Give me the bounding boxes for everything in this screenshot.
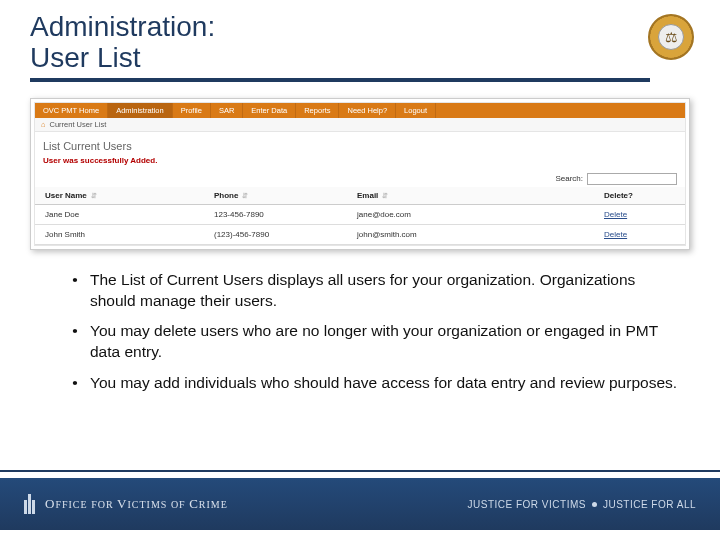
dot-separator-icon bbox=[592, 502, 597, 507]
bullet-icon: • bbox=[60, 373, 90, 394]
nav-enter[interactable]: Enter Data bbox=[243, 103, 296, 118]
title-line-2: User List bbox=[30, 42, 140, 73]
bullet-icon: • bbox=[60, 321, 90, 363]
cell-phone: 123-456-7890 bbox=[204, 204, 347, 224]
ovc-logo-icon bbox=[24, 494, 45, 514]
nav-admin[interactable]: Administration bbox=[108, 103, 173, 118]
delete-link[interactable]: Delete bbox=[594, 224, 685, 244]
ovc-wordmark: OFFICE FOR VICTIMS OF CRIME bbox=[45, 496, 228, 512]
bullet-text: The List of Current Users displays all u… bbox=[90, 270, 680, 312]
tagline-right: JUSTICE FOR ALL bbox=[603, 499, 696, 510]
app-top-nav: OVC PMT Home Administration Profile SAR … bbox=[35, 103, 685, 118]
breadcrumb-text: Current User List bbox=[50, 120, 107, 129]
nav-profile[interactable]: Profile bbox=[173, 103, 211, 118]
table-row: John Smith (123)-456-7890 john@smith.com… bbox=[35, 224, 685, 244]
footer-rule bbox=[0, 470, 720, 472]
cell-name: John Smith bbox=[35, 224, 204, 244]
success-message: User was successfully Added. bbox=[35, 156, 685, 171]
bullet-list: • The List of Current Users displays all… bbox=[0, 250, 720, 395]
users-table: User Name⇵ Phone⇵ Email⇵ Delete? Jane Do… bbox=[35, 187, 685, 245]
footer-tagline: JUSTICE FOR VICTIMS JUSTICE FOR ALL bbox=[468, 499, 696, 510]
title-line-1: Administration: bbox=[30, 11, 215, 42]
sort-icon: ⇵ bbox=[91, 192, 97, 199]
col-phone[interactable]: Phone⇵ bbox=[204, 187, 347, 205]
bullet-text: You may delete users who are no longer w… bbox=[90, 321, 680, 363]
table-row: Jane Doe 123-456-7890 jane@doe.com Delet… bbox=[35, 204, 685, 224]
nav-logout[interactable]: Logout bbox=[396, 103, 436, 118]
seal-glyph: ⚖ bbox=[658, 24, 684, 50]
breadcrumb: ⌂ Current User List bbox=[35, 118, 685, 132]
col-delete: Delete? bbox=[594, 187, 685, 205]
app-screenshot: OVC PMT Home Administration Profile SAR … bbox=[30, 98, 690, 250]
cell-phone: (123)-456-7890 bbox=[204, 224, 347, 244]
sort-icon: ⇵ bbox=[242, 192, 248, 199]
col-username[interactable]: User Name⇵ bbox=[35, 187, 204, 205]
nav-reports[interactable]: Reports bbox=[296, 103, 339, 118]
bullet-text: You may add individuals who should have … bbox=[90, 373, 680, 394]
slide-header: Administration: User List ⚖ bbox=[0, 0, 720, 82]
bullet-icon: • bbox=[60, 270, 90, 312]
delete-link[interactable]: Delete bbox=[594, 204, 685, 224]
list-item: • You may delete users who are no longer… bbox=[60, 321, 680, 363]
home-icon[interactable]: ⌂ bbox=[41, 120, 46, 129]
panel-title: List Current Users bbox=[35, 132, 685, 156]
nav-help[interactable]: Need Help? bbox=[339, 103, 396, 118]
nav-sar[interactable]: SAR bbox=[211, 103, 243, 118]
sort-icon: ⇵ bbox=[382, 192, 388, 199]
search-label: Search: bbox=[555, 174, 583, 183]
title-underline bbox=[30, 78, 650, 82]
tagline-left: JUSTICE FOR VICTIMS bbox=[468, 499, 586, 510]
footer-bar: OFFICE FOR VICTIMS OF CRIME JUSTICE FOR … bbox=[0, 478, 720, 530]
slide-footer: OFFICE FOR VICTIMS OF CRIME JUSTICE FOR … bbox=[0, 470, 720, 540]
cell-email: jane@doe.com bbox=[347, 204, 594, 224]
page-title: Administration: User List bbox=[30, 12, 690, 74]
list-item: • You may add individuals who should hav… bbox=[60, 373, 680, 394]
search-input[interactable] bbox=[587, 173, 677, 185]
doj-seal-icon: ⚖ bbox=[648, 14, 694, 60]
cell-email: john@smith.com bbox=[347, 224, 594, 244]
col-email[interactable]: Email⇵ bbox=[347, 187, 594, 205]
cell-name: Jane Doe bbox=[35, 204, 204, 224]
search-row: Search: bbox=[35, 171, 685, 187]
nav-home[interactable]: OVC PMT Home bbox=[35, 103, 108, 118]
list-item: • The List of Current Users displays all… bbox=[60, 270, 680, 312]
